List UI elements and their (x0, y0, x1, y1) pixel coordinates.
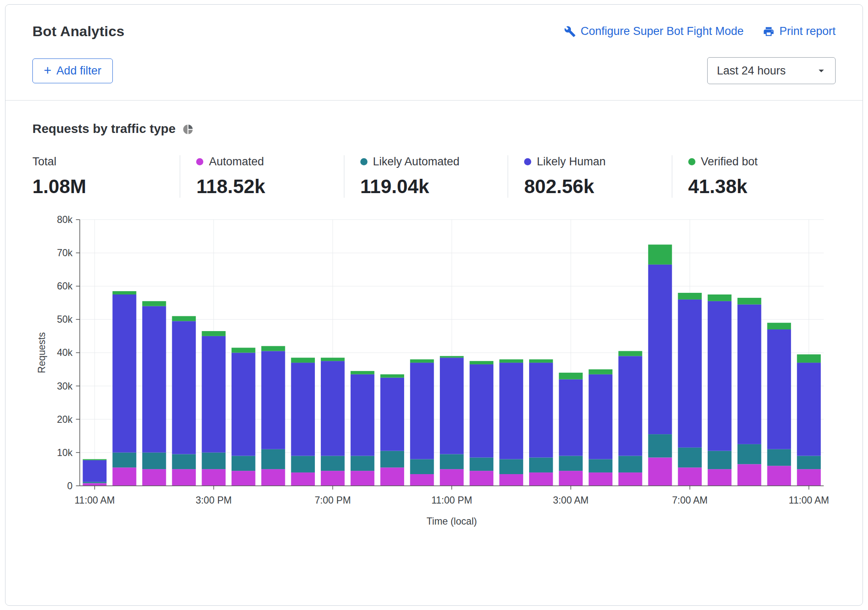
bar-segment[interactable] (797, 456, 821, 469)
bar-segment[interactable] (678, 448, 702, 467)
bar-segment[interactable] (261, 346, 285, 351)
bar-segment[interactable] (112, 291, 136, 294)
bar-segment[interactable] (410, 459, 434, 474)
bar-segment[interactable] (440, 356, 464, 358)
bar-segment[interactable] (83, 482, 107, 483)
bar-segment[interactable] (291, 472, 315, 486)
bar-segment[interactable] (529, 472, 553, 486)
bar-segment[interactable] (588, 459, 612, 472)
bar-segment[interactable] (410, 474, 434, 486)
bar-segment[interactable] (499, 359, 523, 363)
bar-segment[interactable] (588, 369, 612, 374)
bar-segment[interactable] (112, 467, 136, 485)
bar-segment[interactable] (648, 265, 672, 434)
bar-segment[interactable] (172, 321, 196, 454)
bar-segment[interactable] (83, 459, 107, 460)
bar-segment[interactable] (738, 444, 761, 464)
bar-segment[interactable] (232, 471, 256, 486)
bar-segment[interactable] (381, 467, 405, 485)
bar-segment[interactable] (172, 454, 196, 469)
bar-segment[interactable] (142, 453, 166, 469)
bar-segment[interactable] (321, 361, 345, 456)
bar-segment[interactable] (767, 329, 791, 449)
bar-segment[interactable] (618, 356, 642, 456)
bar-segment[interactable] (291, 358, 315, 363)
bar-segment[interactable] (202, 336, 226, 453)
bar-segment[interactable] (202, 453, 226, 469)
bar-segment[interactable] (410, 359, 434, 363)
bar-segment[interactable] (648, 244, 672, 264)
bar-segment[interactable] (112, 453, 136, 468)
bar-segment[interactable] (499, 363, 523, 459)
bar-segment[interactable] (291, 363, 315, 456)
bar-segment[interactable] (83, 460, 107, 482)
bar-segment[interactable] (618, 456, 642, 473)
time-range-select[interactable]: Last 24 hours (707, 57, 836, 84)
bar-segment[interactable] (559, 373, 583, 379)
bar-segment[interactable] (261, 469, 285, 486)
bar-segment[interactable] (440, 469, 464, 486)
bar-segment[interactable] (232, 348, 256, 353)
bar-segment[interactable] (321, 471, 345, 486)
bar-segment[interactable] (797, 363, 821, 456)
bar-segment[interactable] (470, 471, 494, 486)
bar-segment[interactable] (529, 457, 553, 472)
bar-segment[interactable] (648, 434, 672, 457)
bar-segment[interactable] (708, 469, 732, 486)
bar-segment[interactable] (499, 474, 523, 486)
bar-segment[interactable] (738, 464, 761, 485)
bar-segment[interactable] (708, 294, 732, 301)
bar-segment[interactable] (351, 371, 375, 374)
add-filter-button[interactable]: + Add filter (32, 58, 113, 83)
bar-segment[interactable] (142, 306, 166, 453)
bar-segment[interactable] (261, 351, 285, 449)
bar-segment[interactable] (381, 451, 405, 468)
bar-segment[interactable] (797, 469, 821, 486)
bar-segment[interactable] (112, 294, 136, 453)
bar-segment[interactable] (351, 456, 375, 471)
bar-segment[interactable] (559, 379, 583, 456)
bar-segment[interactable] (291, 456, 315, 473)
bar-segment[interactable] (529, 359, 553, 363)
bar-segment[interactable] (559, 471, 583, 486)
bar-segment[interactable] (261, 449, 285, 469)
bar-segment[interactable] (410, 363, 434, 459)
bar-segment[interactable] (470, 361, 494, 364)
print-report-link[interactable]: Print report (763, 25, 836, 38)
bar-segment[interactable] (708, 451, 732, 469)
bar-segment[interactable] (202, 331, 226, 336)
bar-segment[interactable] (470, 457, 494, 471)
bar-segment[interactable] (678, 293, 702, 300)
bar-segment[interactable] (529, 363, 553, 457)
bar-segment[interactable] (588, 374, 612, 459)
bar-segment[interactable] (618, 472, 642, 486)
bar-segment[interactable] (618, 351, 642, 356)
bar-segment[interactable] (202, 469, 226, 486)
bar-segment[interactable] (232, 456, 256, 471)
bar-segment[interactable] (470, 364, 494, 457)
bar-segment[interactable] (678, 300, 702, 448)
bar-segment[interactable] (172, 469, 196, 486)
bar-segment[interactable] (142, 469, 166, 486)
bar-segment[interactable] (351, 471, 375, 486)
bar-segment[interactable] (172, 316, 196, 321)
bar-segment[interactable] (678, 467, 702, 485)
bar-segment[interactable] (381, 378, 405, 451)
bar-segment[interactable] (142, 301, 166, 306)
bar-segment[interactable] (767, 466, 791, 485)
bar-segment[interactable] (767, 449, 791, 466)
bar-segment[interactable] (559, 456, 583, 471)
bar-segment[interactable] (232, 353, 256, 456)
bar-segment[interactable] (588, 472, 612, 486)
bar-segment[interactable] (767, 323, 791, 329)
bar-segment[interactable] (738, 305, 761, 444)
configure-super-bot-fight-mode-link[interactable]: Configure Super Bot Fight Mode (564, 25, 743, 38)
bar-segment[interactable] (381, 374, 405, 378)
bar-segment[interactable] (648, 457, 672, 485)
bar-segment[interactable] (440, 454, 464, 469)
bar-segment[interactable] (708, 301, 732, 451)
bar-segment[interactable] (440, 358, 464, 454)
bar-segment[interactable] (321, 358, 345, 361)
bar-segment[interactable] (321, 456, 345, 471)
bar-segment[interactable] (83, 483, 107, 485)
